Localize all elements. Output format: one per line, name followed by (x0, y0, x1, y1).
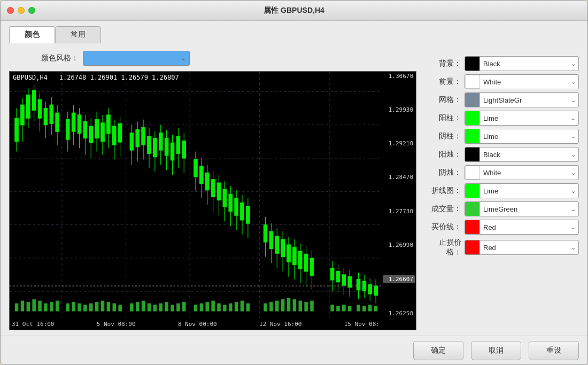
bid-line-dropdown[interactable]: Red ⌄ (465, 220, 579, 235)
tab-common[interactable]: 常用 (55, 26, 101, 43)
bull-bar-color-name: Lime (480, 114, 571, 122)
bear-candle-color-name: White (480, 169, 571, 177)
setting-row-stop-price: 止损价格： Red ⌄ (429, 238, 579, 257)
time-3: 8 Nov 00:00 (178, 321, 217, 328)
volume-dropdown[interactable]: LimeGreen ⌄ (465, 201, 579, 216)
svg-rect-168 (310, 301, 314, 312)
svg-rect-79 (223, 190, 227, 207)
fg-dropdown[interactable]: White ⌄ (465, 74, 579, 89)
svg-rect-160 (264, 304, 267, 312)
time-4: 12 Nov 16:00 (259, 321, 301, 328)
svg-rect-161 (269, 302, 273, 311)
svg-rect-137 (107, 302, 111, 311)
svg-rect-152 (205, 302, 209, 311)
svg-rect-29 (66, 120, 69, 139)
bear-bar-swatch (465, 129, 480, 143)
svg-rect-73 (205, 173, 209, 190)
maximize-button[interactable] (28, 7, 35, 14)
price-3: 1.29210 (383, 140, 415, 147)
setting-row-foreground: 前景： White ⌄ (429, 74, 579, 89)
svg-rect-158 (241, 301, 244, 312)
svg-rect-27 (56, 113, 59, 131)
svg-rect-111 (342, 275, 346, 285)
volume-color-name: LimeGreen (480, 205, 571, 213)
bid-line-color-name: Red (480, 223, 571, 231)
stop-price-swatch (465, 240, 480, 254)
svg-rect-147 (171, 305, 174, 311)
svg-rect-49 (130, 133, 134, 150)
left-panel: 颜色风格： ⌄ GBPUSD,H4 1.26748 1.26901 1.2657… (9, 51, 416, 330)
svg-rect-13 (15, 118, 19, 142)
minimize-button[interactable] (18, 7, 25, 14)
svg-rect-150 (194, 305, 198, 311)
volume-swatch (465, 202, 480, 216)
svg-rect-99 (293, 247, 297, 265)
fg-swatch (465, 75, 480, 89)
traffic-lights (7, 7, 35, 14)
price-5: 1.27730 (383, 208, 415, 215)
stop-price-dropdown[interactable]: Red ⌄ (465, 240, 579, 255)
svg-rect-167 (304, 302, 308, 311)
svg-rect-169 (330, 305, 334, 311)
close-button[interactable] (7, 7, 14, 14)
bull-candle-dropdown[interactable]: Black ⌄ (465, 147, 579, 162)
fg-label: 前景： (429, 77, 461, 87)
bear-bar-dropdown[interactable]: Lime ⌄ (465, 129, 579, 144)
svg-rect-176 (374, 306, 378, 312)
reset-button[interactable]: 重设 (529, 341, 579, 360)
svg-rect-19 (32, 90, 36, 110)
svg-rect-172 (348, 306, 352, 312)
price-1: 1.30670 (383, 73, 415, 80)
color-style-row: 颜色风格： ⌄ (9, 51, 416, 66)
svg-rect-121 (374, 286, 378, 295)
bid-line-swatch (465, 220, 480, 234)
grid-dropdown[interactable]: LightSlateGr ⌄ (465, 92, 579, 107)
svg-rect-67 (182, 141, 186, 158)
cancel-button[interactable]: 取消 (471, 341, 521, 360)
svg-rect-83 (235, 198, 238, 215)
svg-rect-171 (342, 305, 346, 311)
color-style-dropdown[interactable]: ⌄ (83, 51, 190, 66)
svg-rect-139 (118, 305, 122, 311)
svg-rect-115 (357, 279, 360, 290)
svg-rect-135 (95, 302, 99, 311)
line-chart-dropdown[interactable]: Lime ⌄ (465, 183, 579, 198)
setting-row-grid: 网格： LightSlateGr ⌄ (429, 92, 579, 107)
svg-rect-133 (83, 305, 87, 311)
confirm-button[interactable]: 确定 (413, 341, 463, 360)
tab-color[interactable]: 颜色 (9, 26, 55, 43)
chart-container: GBPUSD,H4 1.26748 1.26901 1.26579 1.2680… (9, 71, 416, 330)
bear-candle-dropdown[interactable]: White ⌄ (465, 165, 579, 180)
svg-rect-140 (130, 304, 134, 312)
svg-rect-41 (101, 123, 105, 142)
svg-rect-127 (44, 304, 48, 312)
svg-rect-126 (38, 301, 42, 312)
svg-rect-134 (89, 304, 93, 312)
line-chart-color-name: Lime (480, 187, 571, 195)
svg-rect-95 (281, 239, 285, 257)
tab-bar: 颜色 常用 (9, 26, 579, 43)
setting-row-bull-candle: 阳烛： Black ⌄ (429, 147, 579, 162)
stop-price-color-name: Red (480, 244, 571, 252)
bid-line-label: 买价线： (429, 222, 461, 232)
svg-rect-59 (159, 133, 163, 150)
chevron-down-icon: ⌄ (571, 188, 578, 195)
svg-rect-149 (182, 302, 186, 311)
svg-rect-93 (275, 236, 279, 253)
svg-rect-43 (107, 115, 111, 134)
main-area: 颜色风格： ⌄ GBPUSD,H4 1.26748 1.26901 1.2657… (9, 51, 579, 330)
svg-rect-57 (153, 138, 157, 157)
bg-dropdown[interactable]: Black ⌄ (465, 56, 579, 71)
svg-rect-17 (27, 95, 30, 119)
svg-rect-136 (101, 301, 105, 312)
svg-rect-107 (330, 268, 334, 280)
svg-rect-130 (66, 304, 69, 312)
chevron-down-icon: ⌄ (571, 169, 578, 176)
chevron-down-icon: ⌄ (181, 55, 186, 62)
svg-rect-122 (15, 304, 19, 312)
svg-rect-159 (246, 304, 250, 312)
grid-color-name: LightSlateGr (480, 96, 571, 104)
bull-bar-dropdown[interactable]: Lime ⌄ (465, 111, 579, 126)
chevron-down-icon: ⌄ (571, 60, 578, 67)
svg-rect-128 (50, 302, 53, 311)
